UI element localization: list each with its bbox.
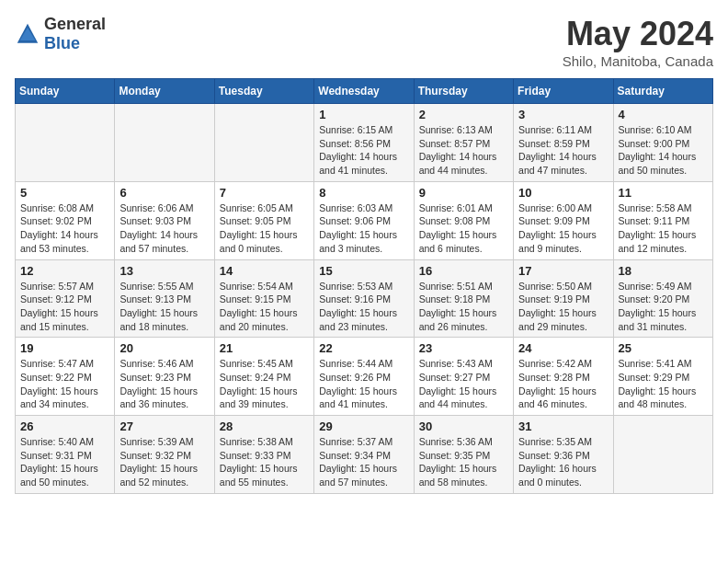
calendar-cell: 28Sunrise: 5:38 AM Sunset: 9:33 PM Dayli… (214, 416, 313, 494)
day-number: 31 (518, 419, 608, 433)
day-number: 18 (619, 264, 708, 278)
calendar-cell: 8Sunrise: 6:03 AM Sunset: 9:06 PM Daylig… (314, 181, 414, 259)
day-number: 19 (20, 341, 109, 355)
week-row-5: 26Sunrise: 5:40 AM Sunset: 9:31 PM Dayli… (16, 416, 713, 494)
day-number: 9 (419, 186, 508, 200)
calendar-cell: 18Sunrise: 5:49 AM Sunset: 9:20 PM Dayli… (613, 259, 712, 338)
day-number: 12 (20, 264, 109, 278)
header: General Blue May 2024 Shilo, Manitoba, C… (15, 15, 713, 69)
day-number: 25 (619, 341, 708, 355)
day-number: 5 (20, 186, 109, 200)
header-cell-monday: Monday (115, 79, 214, 104)
day-info: Sunrise: 5:49 AM Sunset: 9:20 PM Dayligh… (619, 280, 708, 334)
calendar-cell: 10Sunrise: 6:00 AM Sunset: 9:09 PM Dayli… (514, 181, 613, 259)
day-number: 23 (419, 341, 508, 355)
calendar-cell: 6Sunrise: 6:06 AM Sunset: 9:03 PM Daylig… (115, 181, 214, 259)
day-info: Sunrise: 6:08 AM Sunset: 9:02 PM Dayligh… (20, 201, 109, 256)
day-number: 4 (619, 108, 708, 121)
logo-general: General (44, 15, 106, 33)
day-info: Sunrise: 5:35 AM Sunset: 9:36 PM Dayligh… (518, 435, 608, 489)
day-info: Sunrise: 5:58 AM Sunset: 9:11 PM Dayligh… (619, 201, 708, 256)
day-info: Sunrise: 5:57 AM Sunset: 9:12 PM Dayligh… (20, 280, 109, 334)
calendar-cell: 7Sunrise: 6:05 AM Sunset: 9:05 PM Daylig… (214, 181, 313, 259)
day-info: Sunrise: 6:06 AM Sunset: 9:03 PM Dayligh… (119, 201, 209, 256)
calendar-cell: 19Sunrise: 5:47 AM Sunset: 9:22 PM Dayli… (16, 338, 115, 416)
day-number: 14 (220, 264, 309, 278)
day-number: 1 (319, 108, 408, 121)
calendar-cell: 17Sunrise: 5:50 AM Sunset: 9:19 PM Dayli… (514, 259, 613, 338)
day-number: 20 (119, 341, 209, 355)
day-info: Sunrise: 6:03 AM Sunset: 9:06 PM Dayligh… (319, 201, 408, 256)
day-number: 21 (220, 341, 309, 355)
calendar-cell: 16Sunrise: 5:51 AM Sunset: 9:18 PM Dayli… (414, 259, 513, 338)
day-number: 22 (319, 341, 408, 355)
day-info: Sunrise: 6:10 AM Sunset: 9:00 PM Dayligh… (619, 123, 708, 178)
page-container: General Blue May 2024 Shilo, Manitoba, C… (15, 15, 713, 494)
header-cell-saturday: Saturday (613, 79, 712, 104)
day-number: 6 (119, 186, 209, 200)
day-number: 13 (119, 264, 209, 278)
calendar-cell (16, 104, 115, 182)
day-info: Sunrise: 6:00 AM Sunset: 9:09 PM Dayligh… (518, 201, 608, 256)
calendar-cell (115, 104, 214, 182)
day-info: Sunrise: 5:40 AM Sunset: 9:31 PM Dayligh… (20, 435, 109, 489)
calendar-cell: 5Sunrise: 6:08 AM Sunset: 9:02 PM Daylig… (16, 181, 115, 259)
week-row-1: 1Sunrise: 6:15 AM Sunset: 8:56 PM Daylig… (16, 104, 713, 182)
header-cell-tuesday: Tuesday (214, 79, 313, 104)
calendar-cell: 26Sunrise: 5:40 AM Sunset: 9:31 PM Dayli… (16, 416, 115, 494)
day-info: Sunrise: 5:42 AM Sunset: 9:28 PM Dayligh… (518, 357, 608, 411)
day-info: Sunrise: 5:39 AM Sunset: 9:32 PM Dayligh… (119, 435, 209, 489)
calendar-cell: 24Sunrise: 5:42 AM Sunset: 9:28 PM Dayli… (514, 338, 613, 416)
day-number: 26 (20, 419, 109, 433)
day-info: Sunrise: 5:37 AM Sunset: 9:34 PM Dayligh… (319, 435, 408, 489)
day-info: Sunrise: 5:50 AM Sunset: 9:19 PM Dayligh… (518, 280, 608, 334)
day-info: Sunrise: 6:13 AM Sunset: 8:57 PM Dayligh… (419, 123, 508, 178)
calendar-cell: 21Sunrise: 5:45 AM Sunset: 9:24 PM Dayli… (214, 338, 313, 416)
calendar-cell: 23Sunrise: 5:43 AM Sunset: 9:27 PM Dayli… (414, 338, 513, 416)
calendar-header: SundayMondayTuesdayWednesdayThursdayFrid… (16, 79, 713, 104)
day-number: 17 (518, 264, 608, 278)
day-info: Sunrise: 5:38 AM Sunset: 9:33 PM Dayligh… (220, 435, 309, 489)
day-info: Sunrise: 5:54 AM Sunset: 9:15 PM Dayligh… (220, 280, 309, 334)
calendar-cell: 20Sunrise: 5:46 AM Sunset: 9:23 PM Dayli… (115, 338, 214, 416)
week-row-2: 5Sunrise: 6:08 AM Sunset: 9:02 PM Daylig… (16, 181, 713, 259)
calendar-cell: 11Sunrise: 5:58 AM Sunset: 9:11 PM Dayli… (613, 181, 712, 259)
day-number: 7 (220, 186, 309, 200)
day-number: 8 (319, 186, 408, 200)
day-number: 15 (319, 264, 408, 278)
calendar-cell: 1Sunrise: 6:15 AM Sunset: 8:56 PM Daylig… (314, 104, 414, 182)
week-row-3: 12Sunrise: 5:57 AM Sunset: 9:12 PM Dayli… (16, 259, 713, 338)
calendar-cell (613, 416, 712, 494)
header-row: SundayMondayTuesdayWednesdayThursdayFrid… (16, 79, 713, 104)
calendar-cell: 14Sunrise: 5:54 AM Sunset: 9:15 PM Dayli… (214, 259, 313, 338)
calendar-cell: 12Sunrise: 5:57 AM Sunset: 9:12 PM Dayli… (16, 259, 115, 338)
day-number: 24 (518, 341, 608, 355)
day-info: Sunrise: 6:15 AM Sunset: 8:56 PM Dayligh… (319, 123, 408, 178)
header-cell-friday: Friday (514, 79, 613, 104)
day-info: Sunrise: 5:36 AM Sunset: 9:35 PM Dayligh… (419, 435, 508, 489)
day-info: Sunrise: 6:05 AM Sunset: 9:05 PM Dayligh… (220, 201, 309, 256)
day-info: Sunrise: 5:47 AM Sunset: 9:22 PM Dayligh… (20, 357, 109, 411)
day-number: 11 (619, 186, 708, 200)
title-section: May 2024 Shilo, Manitoba, Canada (563, 15, 713, 69)
header-cell-sunday: Sunday (16, 79, 115, 104)
calendar-cell: 25Sunrise: 5:41 AM Sunset: 9:29 PM Dayli… (613, 338, 712, 416)
logo-icon (15, 21, 40, 47)
day-info: Sunrise: 5:44 AM Sunset: 9:26 PM Dayligh… (319, 357, 408, 411)
calendar-body: 1Sunrise: 6:15 AM Sunset: 8:56 PM Daylig… (16, 104, 713, 494)
calendar-cell: 22Sunrise: 5:44 AM Sunset: 9:26 PM Dayli… (314, 338, 414, 416)
day-number: 2 (419, 108, 508, 121)
header-cell-thursday: Thursday (414, 79, 513, 104)
calendar-table: SundayMondayTuesdayWednesdayThursdayFrid… (15, 78, 713, 494)
week-row-4: 19Sunrise: 5:47 AM Sunset: 9:22 PM Dayli… (16, 338, 713, 416)
logo-text: General Blue (44, 15, 106, 53)
calendar-cell: 13Sunrise: 5:55 AM Sunset: 9:13 PM Dayli… (115, 259, 214, 338)
day-number: 29 (319, 419, 408, 433)
calendar-cell: 2Sunrise: 6:13 AM Sunset: 8:57 PM Daylig… (414, 104, 513, 182)
logo: General Blue (15, 15, 106, 53)
logo-blue: Blue (44, 34, 80, 52)
calendar-cell (214, 104, 313, 182)
day-info: Sunrise: 5:53 AM Sunset: 9:16 PM Dayligh… (319, 280, 408, 334)
calendar-cell: 15Sunrise: 5:53 AM Sunset: 9:16 PM Dayli… (314, 259, 414, 338)
day-number: 28 (220, 419, 309, 433)
